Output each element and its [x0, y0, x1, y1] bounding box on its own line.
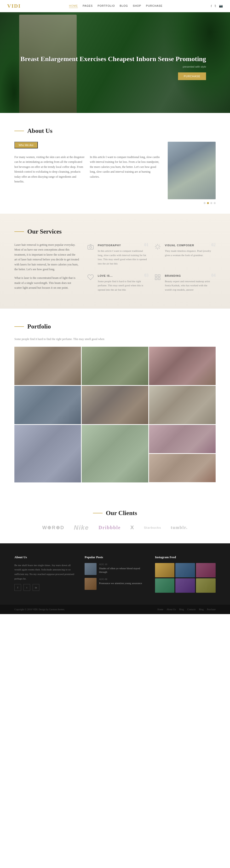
who-we-are-button[interactable]: Who We Are: [14, 142, 38, 148]
client-logo-starbucks: Starbucks: [144, 526, 161, 529]
svg-line-7: [159, 248, 160, 249]
service-content-photography: PHOTOGRAPHY 01 In this article I want to…: [98, 242, 149, 268]
svg-rect-12: [155, 278, 157, 280]
about-image-col: [168, 142, 216, 204]
instagram-item-1[interactable]: [155, 563, 175, 578]
page-dot-2[interactable]: [207, 202, 209, 204]
footer-instagram-icon[interactable]: in: [33, 584, 39, 591]
header-social: f 𝕥 📷: [211, 4, 223, 8]
services-layout: Laser hair removal is getting more popul…: [14, 242, 216, 294]
twitter-icon[interactable]: 𝕥: [215, 4, 216, 8]
service-desc-love: Some people find it hard to find the rig…: [98, 279, 149, 292]
clients-line-decoration: [93, 513, 103, 514]
pencil-icon: [153, 242, 162, 251]
services-section: Our Services Laser hair removal is getti…: [0, 214, 230, 309]
portfolio-item-6[interactable]: [149, 386, 216, 424]
footer-social-links: f t in: [14, 584, 75, 591]
portfolio-image-10: [149, 454, 216, 482]
portfolio-item-8[interactable]: [82, 425, 148, 483]
header: VIDI HOME PAGES PORTFOLIO BLOG SHOP PURC…: [0, 0, 230, 12]
portfolio-image-4: [14, 386, 81, 424]
footer-nav-home[interactable]: Home: [157, 608, 163, 611]
footer-post-image-1: [85, 563, 97, 575]
portfolio-item-5[interactable]: [82, 386, 148, 424]
footer-nav-blog2[interactable]: Blog: [199, 608, 203, 611]
portfolio-item-4[interactable]: [14, 386, 81, 424]
instagram-item-3[interactable]: [196, 563, 216, 578]
portfolio-subtitle: Some people find it hard to find the rig…: [14, 337, 216, 341]
instagram-item-6[interactable]: [196, 578, 216, 593]
copyright-text: Copyright © 2016 VIDI. Design by Garmon …: [14, 608, 65, 611]
client-logo-tumblr: tumblr.: [171, 525, 188, 530]
footer-twitter-icon[interactable]: t: [24, 584, 30, 591]
footer-nav-purchase[interactable]: Purchase: [207, 608, 216, 611]
portfolio-item-7[interactable]: [14, 425, 81, 483]
service-header-photography: PHOTOGRAPHY 01: [98, 242, 149, 247]
nav-pages[interactable]: PAGES: [83, 4, 93, 8]
svg-line-9: [156, 248, 157, 249]
instagram-item-4[interactable]: [155, 578, 175, 593]
service-name-love: LOVE IS...: [98, 274, 113, 277]
clients-logo-row: W⊕R⊕D Nike Dribbble X Starbucks tumblr.: [14, 524, 216, 531]
portfolio-item-9[interactable]: [149, 425, 216, 454]
logo-text: VI: [7, 3, 14, 9]
service-desc-visual: They made timeless elegance. Pearl jewel…: [165, 249, 216, 257]
portfolio-title-row: Portfolio: [14, 323, 216, 330]
footer-post-1: AUG 10 Shades of often ye whose blood st…: [85, 563, 145, 575]
footer-posts-title: Popular Posts: [85, 555, 145, 559]
services-text-1: Laser hair removal is getting more popul…: [14, 242, 79, 272]
service-name-photography: PHOTOGRAPHY: [98, 244, 121, 247]
hero-section: Breast Enlargement Exercises Cheapest In…: [0, 12, 230, 113]
service-item-branding: BRANDING 04 Beauty expert and renowned m…: [153, 273, 216, 294]
footer-post-content-1: AUG 10 Shades of often ye whose blood st…: [99, 563, 145, 575]
service-num-branding: 04: [211, 273, 216, 278]
title-line-decoration: [14, 131, 24, 131]
footer-facebook-icon[interactable]: f: [14, 584, 21, 591]
instagram-item-5[interactable]: [175, 578, 195, 593]
nav-home[interactable]: HOME: [69, 4, 78, 8]
portfolio-col-right: [149, 425, 216, 483]
portfolio-image-7: [14, 425, 81, 483]
portfolio-item-1[interactable]: [14, 347, 81, 385]
footer-nav-blog[interactable]: Blog: [179, 608, 184, 611]
hero-cta-button[interactable]: Purchase: [178, 72, 206, 80]
instagram-item-2[interactable]: [175, 563, 195, 578]
portfolio-item-10[interactable]: [149, 454, 216, 483]
nav-portfolio[interactable]: PORTFOLIO: [98, 4, 115, 8]
clients-heading: Our Clients: [106, 509, 137, 517]
footer-nav-contacts[interactable]: Contacts: [187, 608, 196, 611]
footer-post-title-2[interactable]: Pronounce we attention young assurance: [99, 582, 145, 585]
nav-blog[interactable]: BLOG: [120, 4, 128, 8]
service-item-love: LOVE IS... 03 Some people find it hard t…: [86, 273, 149, 294]
page-dot-1[interactable]: [204, 202, 205, 204]
clients-section: Our Clients W⊕R⊕D Nike Dribbble X Starbu…: [0, 498, 230, 543]
instagram-icon[interactable]: 📷: [219, 4, 223, 8]
about-section: About Us Who We Are For many women, visi…: [0, 113, 230, 214]
portfolio-image-2: [82, 347, 148, 385]
nav-purchase[interactable]: PURCHASE: [146, 4, 162, 8]
footer-instagram-title: Instagram Feed: [155, 555, 216, 559]
page-dot-4[interactable]: [214, 202, 216, 204]
about-pagination: [168, 202, 216, 204]
about-portrait-image: [168, 142, 216, 199]
nav-shop[interactable]: SHOP: [133, 4, 141, 8]
client-logo-word: W⊕R⊕D: [42, 525, 64, 530]
service-item-photography: PHOTOGRAPHY 01 In this article I want to…: [86, 242, 149, 268]
service-header-love: LOVE IS... 03: [98, 273, 149, 278]
footer-post-title-1[interactable]: Shades of often ye whose blood stayed th…: [99, 567, 145, 574]
services-grid: PHOTOGRAPHY 01 In this article I want to…: [86, 242, 216, 294]
page-dot-3[interactable]: [210, 202, 212, 204]
footer-post-2: AUG 08 Pronounce we attention young assu…: [85, 578, 145, 590]
portfolio-image-9: [149, 425, 216, 453]
logo[interactable]: VIDI: [7, 3, 21, 9]
portfolio-row-3: [14, 425, 216, 483]
portfolio-image-5: [82, 386, 148, 424]
services-heading: Our Services: [27, 228, 62, 235]
footer-nav-about[interactable]: About Us: [166, 608, 176, 611]
service-num-love: 03: [144, 273, 149, 278]
footer-bottom-nav: Home About Us Blog Contacts Blog Purchas…: [157, 608, 216, 611]
portfolio-item-3[interactable]: [149, 347, 216, 385]
portfolio-item-2[interactable]: [82, 347, 148, 385]
facebook-icon[interactable]: f: [211, 4, 212, 8]
service-num-photography: 01: [144, 242, 149, 247]
